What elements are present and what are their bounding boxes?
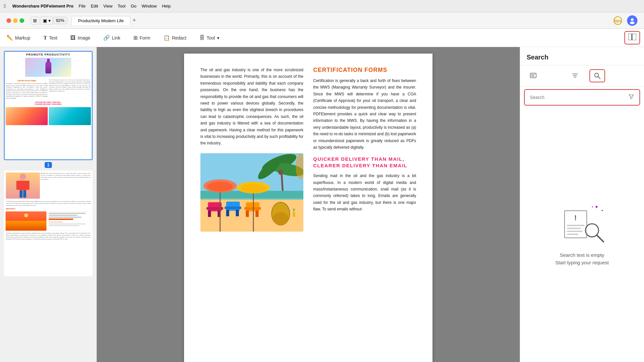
svg-point-2: [631, 18, 634, 21]
cert-heading: CERTIFICATION FORMS: [313, 67, 416, 74]
text-label: Text: [49, 35, 58, 41]
markup-button[interactable]: ✏️ Markup: [0, 32, 37, 43]
grid-view-button[interactable]: ⊞: [31, 17, 39, 25]
menu-view[interactable]: View: [103, 4, 112, 8]
menu-file[interactable]: File: [79, 4, 86, 8]
form-icon: ⊞: [133, 35, 138, 41]
svg-point-38: [241, 184, 266, 193]
svg-rect-23: [208, 210, 211, 217]
markup-label: Markup: [15, 35, 30, 41]
text-search-button[interactable]: [589, 69, 605, 82]
pdf-two-column: The oil and gas industry is one of the m…: [200, 67, 416, 232]
menu-go[interactable]: Go: [131, 4, 136, 8]
link-icon: 🔗: [103, 35, 110, 41]
thumb1-content: PROMOTE PRODUCTIVITY CERTIFICATION FORMS…: [5, 52, 92, 159]
close-button[interactable]: [7, 18, 11, 23]
svg-rect-32: [256, 210, 259, 217]
link-button[interactable]: 🔗 Link: [97, 32, 127, 43]
pdf-page: The oil and gas industry is one of the m…: [184, 54, 432, 362]
svg-rect-30: [244, 207, 261, 210]
search-empty-title: Search text is empty: [555, 252, 609, 259]
svg-rect-21: [208, 202, 222, 211]
minimize-button[interactable]: [13, 18, 18, 23]
menu-tool[interactable]: Tool: [118, 4, 126, 8]
thumbnail-sidebar: PROMOTE PRODUCTIVITY CERTIFICATION FORMS…: [0, 47, 97, 362]
tab-area: Productivity Modern Life +: [71, 16, 609, 25]
maximize-button[interactable]: [20, 18, 24, 23]
new-tab-button[interactable]: +: [130, 17, 138, 24]
thumbnail-page-1[interactable]: PROMOTE PRODUCTIVITY CERTIFICATION FORMS…: [4, 51, 93, 160]
svg-rect-31: [246, 210, 249, 217]
svg-point-51: [595, 73, 599, 77]
svg-rect-27: [226, 210, 229, 216]
menubar:  Wondershare PDFelement Pro File Edit V…: [0, 0, 644, 12]
svg-point-6: [20, 173, 26, 180]
user-avatar[interactable]: [627, 15, 637, 26]
search-input-container: [524, 89, 640, 106]
svg-marker-53: [629, 95, 634, 99]
quicker-text: Sending mail in the oil and the gas indu…: [313, 173, 416, 212]
filter-icon[interactable]: [628, 94, 634, 101]
thumb1-header: PROMOTE PRODUCTIVITY: [5, 52, 92, 57]
svg-rect-7: [19, 181, 27, 190]
image-icon: 🖼: [70, 35, 76, 41]
link-label: Link: [112, 35, 120, 41]
pdf-beach-image: [200, 153, 303, 232]
menu-edit[interactable]: Edit: [91, 4, 98, 8]
markup-icon: ✏️: [7, 35, 13, 41]
tool-icon: 🗄: [199, 35, 205, 41]
menu-help[interactable]: Help: [162, 4, 171, 8]
left-col-text: The oil and gas industry is one of the m…: [200, 67, 303, 147]
tips-icon[interactable]: tips: [613, 15, 623, 26]
redact-button[interactable]: 📋 Redact: [157, 32, 193, 43]
tool-chevron-icon: ▾: [217, 35, 219, 41]
beach-scene: [200, 153, 303, 232]
sparkle-icon-1: ✦: [594, 204, 599, 210]
image-button[interactable]: 🖼 Image: [64, 32, 97, 43]
app-name: Wondershare PDFelement Pro: [12, 4, 74, 8]
panel-view-button[interactable]: ▣ ▾: [41, 17, 53, 25]
thumb1-bottom-images: [5, 106, 92, 126]
filter-rows-button[interactable]: [567, 69, 583, 82]
svg-rect-41: [293, 212, 295, 217]
comment-search-button[interactable]: [525, 69, 541, 82]
tab-title: Productivity Modern Life: [78, 18, 124, 23]
svg-rect-26: [225, 206, 241, 209]
magnifier-illustration: [584, 222, 605, 245]
menu-window[interactable]: Window: [142, 4, 157, 8]
text-icon: 𝐓: [43, 35, 47, 41]
page-number-badge-1: 1: [44, 162, 52, 168]
svg-text:tips: tips: [614, 19, 621, 23]
tabbar: ⊞ ▣ ▾ 92% Productivity Modern Life + tip…: [0, 12, 644, 29]
form-button[interactable]: ⊞ Form: [127, 32, 157, 43]
svg-rect-5: [632, 34, 636, 40]
svg-rect-22: [207, 207, 223, 210]
thumb2-content: Attachments means that the person has a …: [5, 171, 92, 276]
svg-point-35: [207, 182, 233, 191]
redact-label: Redact: [172, 35, 186, 41]
svg-point-3: [630, 22, 635, 24]
tool-button[interactable]: 🗄 Tool ▾: [193, 32, 226, 43]
thumbnail-container-1: PROMOTE PRODUCTIVITY CERTIFICATION FORMS…: [4, 51, 93, 160]
pdf-content-area[interactable]: The oil and gas industry is one of the m…: [97, 47, 520, 362]
form-label: Form: [140, 35, 150, 41]
svg-rect-9: [26, 181, 29, 190]
tab-productivity[interactable]: Productivity Modern Life: [71, 16, 130, 25]
apple-icon: : [4, 3, 6, 9]
search-panel: Search: [520, 47, 644, 362]
thumbnail-container-2: Attachments means that the person has a …: [4, 171, 93, 276]
thumbnail-page-2[interactable]: Attachments means that the person has a …: [4, 171, 93, 276]
search-input[interactable]: [530, 95, 626, 100]
search-panel-toggle-button[interactable]: [624, 31, 640, 44]
search-illustration: ✦ ✦ ✦ !: [559, 204, 605, 246]
text-button[interactable]: 𝐓 Text: [37, 32, 64, 43]
pdf-right-column: CERTIFICATION FORMS Certification is gen…: [313, 67, 416, 232]
main-area: PROMOTE PRODUCTIVITY CERTIFICATION FORMS…: [0, 47, 644, 362]
svg-point-40: [273, 212, 288, 225]
search-icon-row: [520, 65, 644, 87]
thumb1-cols: CERTIFICATION FORMS Certification is gen…: [5, 78, 92, 100]
svg-rect-29: [246, 202, 260, 211]
svg-rect-4: [628, 34, 632, 40]
pdf-left-column: The oil and gas industry is one of the m…: [200, 67, 303, 232]
zoom-selector[interactable]: 92%: [53, 17, 67, 24]
